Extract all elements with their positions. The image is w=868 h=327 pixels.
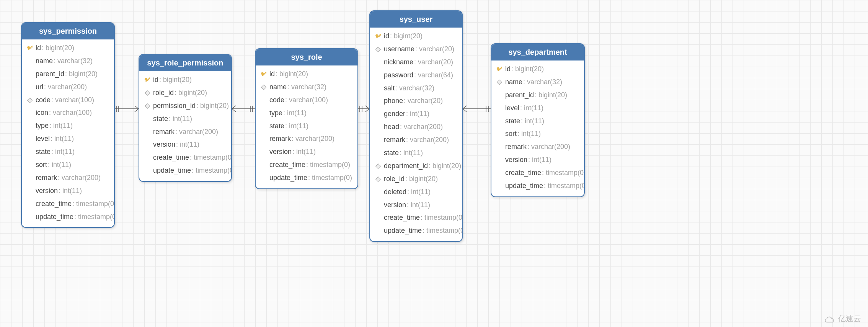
column-row[interactable]: parent_id: bigint(20) (491, 89, 584, 102)
column-type: : int(11) (59, 186, 82, 196)
column-name: level (505, 103, 519, 114)
entity-columns: id: bigint(20)name: varchar(32)parent_id… (22, 39, 114, 227)
primary-key-icon (374, 33, 382, 39)
column-name: deleted (384, 187, 406, 198)
column-row[interactable]: update_time: timestamp(0) (370, 224, 462, 237)
column-row[interactable]: name: varchar(32) (22, 55, 114, 68)
column-name: version (505, 155, 527, 165)
column-type: : varchar(32) (523, 77, 562, 88)
column-row[interactable]: role_id: bigint(20) (139, 87, 231, 100)
column-row[interactable]: version: int(11) (491, 154, 584, 167)
column-row[interactable]: remark: varchar(200) (139, 126, 231, 139)
column-name: code (269, 95, 284, 106)
column-row[interactable]: code: varchar(100) (22, 94, 114, 107)
column-row[interactable]: phone: varchar(20) (370, 95, 462, 108)
entity-sys_role[interactable]: sys_roleid: bigint(20)name: varchar(32)c… (255, 48, 358, 189)
column-row[interactable]: version: int(11) (22, 185, 114, 198)
column-name: icon (36, 108, 48, 118)
column-row[interactable]: update_time: timestamp(0) (491, 180, 584, 193)
column-row[interactable]: permission_id: bigint(20) (139, 100, 231, 113)
entity-sys_department[interactable]: sys_departmentid: bigint(20)name: varcha… (491, 43, 585, 197)
column-row[interactable]: create_time: timestamp(0) (139, 151, 231, 164)
column-name: role_id (384, 174, 405, 185)
column-name: name (269, 82, 287, 93)
column-row[interactable]: deleted: int(11) (370, 186, 462, 199)
column-row[interactable]: update_time: timestamp(0) (256, 172, 357, 185)
column-row[interactable]: password: varchar(64) (370, 69, 462, 82)
column-row[interactable]: state: int(11) (22, 146, 114, 159)
column-type: : varchar(200) (44, 82, 87, 93)
column-type: : varchar(32) (395, 83, 434, 94)
column-row[interactable]: id: bigint(20) (491, 63, 584, 76)
column-row[interactable]: version: int(11) (139, 138, 231, 151)
column-row[interactable]: create_time: timestamp(0) (22, 198, 114, 211)
column-name: name (36, 56, 53, 67)
column-row[interactable]: remark: varchar(200) (256, 132, 357, 146)
column-row[interactable]: create_time: timestamp(0) (256, 159, 357, 172)
column-row[interactable]: head: varchar(200) (370, 121, 462, 134)
column-type: : bigint(20) (65, 69, 98, 80)
watermark: 亿速云 (824, 314, 861, 324)
column-name: create_time (269, 160, 305, 170)
column-name: type (36, 121, 49, 131)
column-row[interactable]: version: int(11) (256, 146, 357, 159)
column-type: : bigint(20) (175, 88, 207, 98)
column-type: : int(11) (407, 187, 431, 198)
column-name: gender (384, 109, 405, 119)
entity-sys_permission[interactable]: sys_permissionid: bigint(20)name: varcha… (21, 22, 115, 228)
column-row[interactable]: salt: varchar(32) (370, 82, 462, 95)
column-row[interactable]: create_time: timestamp(0) (370, 211, 462, 224)
column-row[interactable]: state: int(11) (370, 147, 462, 160)
column-row[interactable]: state: int(11) (256, 120, 357, 133)
column-row[interactable]: name: varchar(32) (491, 76, 584, 89)
column-name: remark (36, 173, 57, 183)
relationship-line (358, 101, 369, 116)
column-row[interactable]: state: int(11) (491, 115, 584, 128)
column-type: : varchar(20) (414, 57, 453, 68)
entity-sys_user[interactable]: sys_userid: bigint(20)username: varchar(… (369, 10, 463, 242)
column-row[interactable]: type: int(11) (256, 107, 357, 120)
column-row[interactable]: remark: varchar(200) (22, 172, 114, 185)
column-row[interactable]: role_id: bigint(20) (370, 173, 462, 186)
column-name: role_id (153, 88, 174, 98)
column-name: state (153, 114, 168, 124)
column-row[interactable]: state: int(11) (139, 113, 231, 126)
column-row[interactable]: url: varchar(200) (22, 81, 114, 94)
entity-columns: id: bigint(20)role_id: bigint(20)permiss… (139, 71, 231, 181)
column-name: parent_id (36, 69, 64, 80)
column-row[interactable]: update_time: timestamp(0) (22, 211, 114, 224)
column-type: : varchar(20) (415, 44, 454, 55)
column-row[interactable]: gender: int(11) (370, 108, 462, 121)
column-row[interactable]: username: varchar(20) (370, 43, 462, 56)
column-row[interactable]: nickname: varchar(20) (370, 56, 462, 69)
column-row[interactable]: update_time: timestamp(0) (139, 164, 231, 177)
column-type: : varchar(100) (49, 108, 92, 118)
column-row[interactable]: type: int(11) (22, 119, 114, 132)
column-type: : varchar(100) (51, 95, 94, 106)
column-row[interactable]: create_time: timestamp(0) (491, 167, 584, 180)
column-row[interactable]: name: varchar(32) (256, 81, 357, 94)
column-row[interactable]: id: bigint(20) (256, 68, 357, 81)
column-name: salt (384, 83, 395, 94)
column-row[interactable]: version: int(11) (370, 199, 462, 212)
column-row[interactable]: code: varchar(100) (256, 94, 357, 107)
column-row[interactable]: icon: varchar(100) (22, 106, 114, 119)
column-row[interactable]: level: int(11) (491, 102, 584, 115)
column-row[interactable]: remark: varchar(200) (491, 141, 584, 154)
column-row[interactable]: remark: varchar(200) (370, 134, 462, 147)
index-icon (374, 47, 382, 51)
column-row[interactable]: parent_id: bigint(20) (22, 68, 114, 81)
column-row[interactable]: sort: int(11) (22, 159, 114, 172)
watermark-text: 亿速云 (838, 314, 861, 324)
column-row[interactable]: id: bigint(20) (370, 30, 462, 43)
column-row[interactable]: level: int(11) (22, 132, 114, 146)
column-row[interactable]: department_id: bigint(20) (370, 160, 462, 173)
column-row[interactable]: id: bigint(20) (139, 74, 231, 87)
column-name: update_time (153, 165, 191, 176)
entity-sys_role_permission[interactable]: sys_role_permissionid: bigint(20)role_id… (139, 54, 232, 182)
column-name: permission_id (153, 101, 196, 111)
column-type: : bigint(20) (276, 69, 308, 80)
column-row[interactable]: id: bigint(20) (22, 42, 114, 55)
column-row[interactable]: sort: int(11) (491, 128, 584, 141)
column-type: : int(11) (283, 108, 307, 119)
